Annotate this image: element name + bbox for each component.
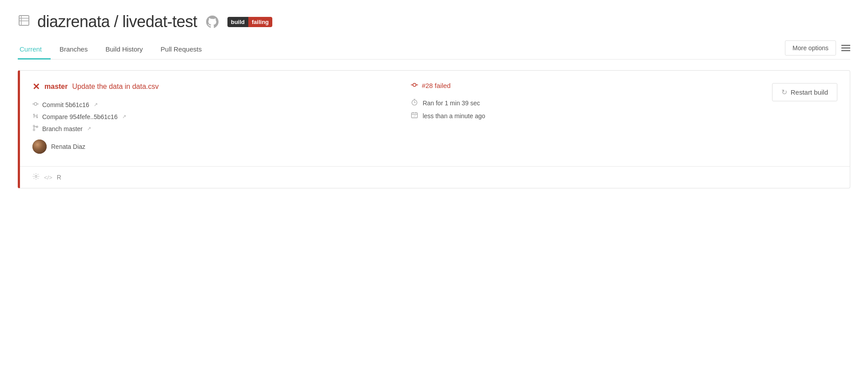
compare-external-icon: ↗ [122, 114, 126, 120]
main-nav: Current Branches Build History Pull Requ… [18, 40, 850, 60]
branch-link[interactable]: Branch master [42, 125, 83, 132]
github-icon [204, 14, 220, 30]
build-label: build [227, 17, 248, 27]
more-options-button[interactable]: More options [785, 40, 836, 56]
tab-current[interactable]: Current [18, 40, 51, 60]
svg-text:27: 27 [414, 115, 416, 117]
branch-external-icon: ↗ [87, 126, 91, 132]
author-name: Renata Diaz [51, 143, 85, 150]
build-title-row: ✕ master Update the data in data.csv [32, 81, 393, 92]
nav-tabs: Current Branches Build History Pull Requ… [18, 40, 211, 59]
repo-title: diazrenata / livedat-test [37, 12, 197, 31]
commit-row: Commit 5b61c16 ↗ [32, 101, 393, 108]
language-label: R [57, 174, 61, 181]
build-card-right: ↻ Restart build [772, 81, 837, 101]
calendar-icon: 27 [411, 112, 418, 120]
ran-for-row: Ran for 1 min 39 sec [411, 99, 772, 107]
build-number-row: #28 failed [411, 81, 772, 90]
code-icon: </> [44, 174, 52, 181]
author-avatar [32, 140, 47, 154]
compare-link[interactable]: Compare 954fefe..5b61c16 [42, 113, 118, 120]
restart-icon: ↻ [781, 88, 787, 96]
build-card-footer: </> R [20, 166, 850, 188]
svg-point-8 [33, 129, 35, 131]
author-row: Renata Diaz [32, 140, 393, 154]
build-commit-icon [411, 81, 418, 90]
repo-icon [18, 14, 30, 30]
failing-label: failing [248, 17, 272, 27]
svg-rect-0 [19, 16, 29, 25]
commit-icon [32, 101, 39, 108]
time-ago-row: 27 less than a minute ago [411, 112, 772, 120]
compare-icon [32, 113, 39, 120]
build-card: ✕ master Update the data in data.csv Com… [18, 70, 850, 188]
tab-pull-requests[interactable]: Pull Requests [152, 40, 211, 60]
compare-row: Compare 954fefe..5b61c16 ↗ [32, 113, 393, 120]
branch-name: master [44, 83, 68, 91]
page-header: diazrenata / livedat-test build failing [18, 0, 850, 40]
restart-build-button[interactable]: ↻ Restart build [772, 83, 837, 101]
svg-point-4 [34, 103, 37, 105]
restart-label: Restart build [791, 88, 828, 96]
timer-icon [411, 99, 418, 107]
gear-icon [32, 173, 40, 182]
commit-message: Update the data in data.csv [72, 83, 159, 91]
fail-x-icon: ✕ [32, 81, 40, 92]
tab-build-history[interactable]: Build History [96, 40, 151, 60]
hamburger-menu-icon[interactable] [841, 45, 850, 51]
branch-icon [32, 125, 39, 132]
build-card-main: ✕ master Update the data in data.csv Com… [20, 71, 850, 166]
build-badge: build failing [227, 17, 272, 27]
build-card-center: #28 failed Ran for 1 min 39 sec 27 less … [393, 81, 772, 124]
commit-external-icon: ↗ [94, 102, 98, 108]
nav-right: More options [785, 40, 850, 59]
commit-link[interactable]: Commit 5b61c16 [42, 101, 89, 108]
svg-point-10 [413, 83, 416, 86]
build-card-left: ✕ master Update the data in data.csv Com… [32, 81, 393, 154]
time-ago-text: less than a minute ago [422, 112, 485, 120]
tab-branches[interactable]: Branches [51, 40, 96, 60]
svg-point-23 [35, 176, 37, 177]
ran-for-text: Ran for 1 min 39 sec [422, 100, 480, 107]
branch-row: Branch master ↗ [32, 125, 393, 132]
build-failed-text: #28 failed [422, 82, 450, 89]
